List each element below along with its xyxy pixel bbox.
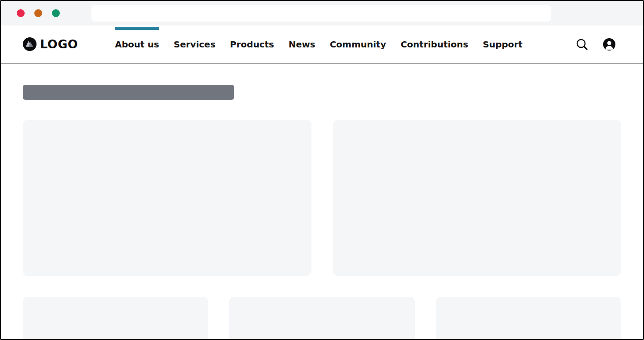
maximize-window-button[interactable] bbox=[52, 9, 60, 17]
close-window-button[interactable] bbox=[17, 9, 25, 17]
search-button[interactable] bbox=[575, 38, 589, 51]
nav-item-contributions[interactable]: Contributions bbox=[401, 25, 468, 63]
page-title-placeholder bbox=[23, 85, 234, 100]
user-avatar-icon bbox=[603, 38, 615, 51]
hero-section bbox=[23, 120, 621, 276]
bottom-section bbox=[23, 297, 621, 340]
url-bar[interactable] bbox=[91, 5, 551, 22]
traffic-lights bbox=[17, 9, 60, 17]
main-navbar: LOGO About us Services Products News Com… bbox=[1, 25, 643, 63]
navbar-actions bbox=[575, 25, 616, 63]
nav-item-support[interactable]: Support bbox=[483, 25, 522, 63]
browser-window: LOGO About us Services Products News Com… bbox=[0, 0, 644, 340]
content-card-large-2 bbox=[333, 120, 622, 276]
content-card-small-1 bbox=[23, 297, 208, 340]
nav-item-services[interactable]: Services bbox=[174, 25, 216, 63]
content-card-small-3 bbox=[436, 297, 621, 340]
account-button[interactable] bbox=[603, 38, 616, 51]
active-tab-indicator bbox=[115, 27, 159, 30]
nav-item-community[interactable]: Community bbox=[330, 25, 386, 63]
search-icon bbox=[575, 38, 589, 51]
content-card-small-2 bbox=[229, 297, 414, 340]
nav-item-products[interactable]: Products bbox=[230, 25, 274, 63]
logo-icon bbox=[23, 37, 37, 51]
minimize-window-button[interactable] bbox=[34, 9, 42, 17]
logo-text: LOGO bbox=[40, 37, 78, 51]
nav-item-news[interactable]: News bbox=[289, 25, 315, 63]
primary-nav: About us Services Products News Communit… bbox=[115, 25, 523, 63]
content-card-large-1 bbox=[23, 120, 311, 276]
logo[interactable]: LOGO bbox=[23, 25, 78, 63]
browser-chrome bbox=[1, 1, 643, 25]
nav-item-about-us[interactable]: About us bbox=[115, 25, 159, 63]
page-content bbox=[1, 64, 643, 340]
